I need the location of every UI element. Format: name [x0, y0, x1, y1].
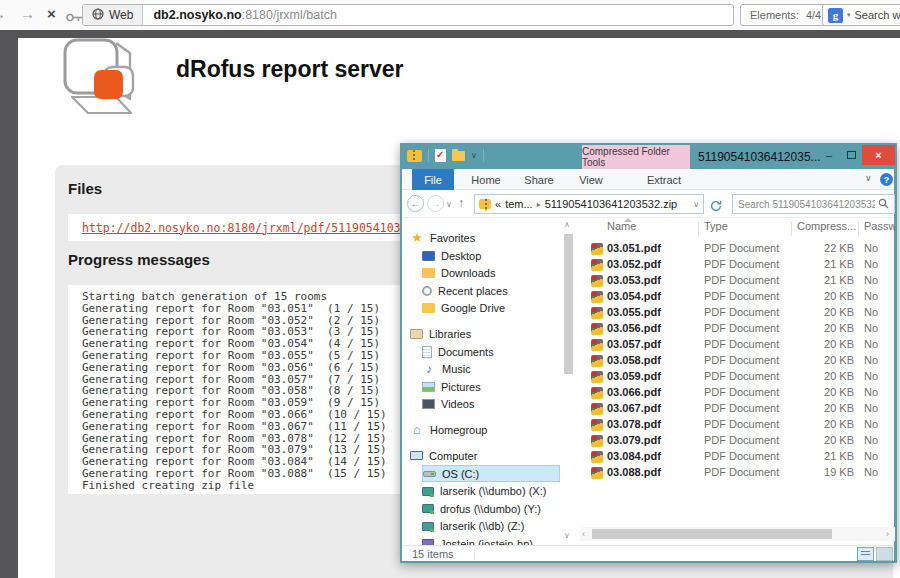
details-view-icon[interactable]	[857, 547, 874, 561]
nav-group-libraries[interactable]: Libraries	[410, 325, 562, 342]
file-row[interactable]: 03.066.pdfPDF Document20 KBNo	[580, 385, 895, 401]
nav-item-pictures[interactable]: Pictures	[422, 378, 560, 395]
file-name: 03.053.pdf	[607, 274, 661, 286]
file-row[interactable]: 03.078.pdfPDF Document20 KBNo	[580, 417, 895, 433]
file-row[interactable]: 03.054.pdfPDF Document20 KBNo	[580, 289, 895, 305]
file-row[interactable]: 03.055.pdfPDF Document20 KBNo	[580, 305, 895, 321]
ribbon-tab-extract[interactable]: Extract	[640, 169, 688, 190]
column-header-compress[interactable]: Compress...	[797, 220, 856, 232]
search-box-text: Search with G	[855, 9, 900, 21]
forward-icon[interactable]: →	[20, 5, 35, 22]
nav-item-larserik-db-z-[interactable]: larserik (\\db) (Z:)	[422, 518, 560, 535]
file-row[interactable]: 03.053.pdfPDF Document21 KBNo	[580, 273, 895, 289]
file-row[interactable]: 03.079.pdfPDF Document20 KBNo	[580, 433, 895, 449]
file-size: 20 KB	[797, 418, 854, 430]
key-icon[interactable]	[66, 9, 83, 26]
pics-icon	[422, 382, 435, 392]
column-header-passwor[interactable]: Passwor	[864, 220, 895, 232]
properties-icon[interactable]	[435, 149, 446, 162]
nav-item-larserik-dumbo-x-[interactable]: larserik (\\dumbo) (X:)	[422, 483, 560, 500]
close-button[interactable]: ×	[862, 145, 895, 165]
breadcrumb-current[interactable]: 5119054103641203532.zip	[545, 198, 678, 210]
drofus-logo	[58, 36, 142, 126]
file-row[interactable]: 03.084.pdfPDF Document21 KBNo	[580, 449, 895, 465]
maximize-button[interactable]	[840, 145, 862, 165]
navigation-pane: FavoritesDesktopDownloadsRecent placesGo…	[402, 218, 562, 545]
nav-item-documents[interactable]: Documents	[422, 343, 560, 360]
nav-item-videos[interactable]: Videos	[422, 396, 560, 413]
file-size: 22 KB	[797, 242, 854, 254]
new-folder-icon[interactable]	[452, 151, 465, 161]
ribbon-tab-file[interactable]: File	[412, 169, 454, 190]
google-icon: g	[828, 8, 843, 23]
file-row[interactable]: 03.056.pdfPDF Document20 KBNo	[580, 321, 895, 337]
scroll-left-icon[interactable]: ‹	[582, 529, 585, 539]
horizontal-scrollbar-thumb[interactable]	[592, 529, 832, 539]
url-text[interactable]: db2.nosyko.no:8180/jrxml/batch	[143, 8, 336, 22]
nav-item-desktop[interactable]: Desktop	[422, 247, 560, 264]
refresh-icon[interactable]	[710, 198, 722, 216]
nav-item-os-c-[interactable]: OS (C:)	[422, 465, 560, 482]
explorer-main: FavoritesDesktopDownloadsRecent placesGo…	[402, 218, 894, 545]
history-caret-icon[interactable]: ∨	[446, 200, 452, 209]
nav-item-music[interactable]: Music	[422, 361, 560, 378]
ribbon-tab-view[interactable]: View	[570, 169, 612, 190]
file-row[interactable]: 03.067.pdfPDF Document20 KBNo	[580, 401, 895, 417]
address-dropdown-icon[interactable]: ∨	[693, 200, 699, 209]
help-icon[interactable]: ?	[880, 173, 893, 186]
search-placeholder: Search 5119054103641203532....	[738, 199, 875, 210]
column-header-type[interactable]: Type	[704, 220, 728, 232]
nav-item-recent-places[interactable]: Recent places	[422, 282, 560, 299]
url-bar[interactable]: Web db2.nosyko.no:8180/jrxml/batch	[82, 4, 734, 26]
file-row[interactable]: 03.051.pdfPDF Document22 KBNo	[580, 241, 895, 257]
explorer-back-icon[interactable]: ←	[407, 195, 424, 212]
scroll-right-icon[interactable]: ›	[886, 529, 889, 539]
nav-group-computer[interactable]: Computer	[410, 447, 562, 464]
ribbon-tab-home[interactable]: Home	[464, 169, 508, 190]
explorer-forward-icon[interactable]: →	[427, 195, 444, 212]
pdf-file-icon	[591, 435, 603, 447]
file-row[interactable]: 03.058.pdfPDF Document20 KBNo	[580, 353, 895, 369]
customize-toolbar-caret-icon[interactable]: ∨	[471, 151, 477, 160]
horizontal-scrollbar[interactable]: ‹ ›	[580, 527, 895, 541]
file-row[interactable]: 03.088.pdfPDF Document19 KBNo	[580, 465, 895, 481]
file-row[interactable]: 03.052.pdfPDF Document21 KBNo	[580, 257, 895, 273]
breadcrumb-overflow[interactable]: «	[495, 198, 501, 210]
nav-scrollbar[interactable]: ∧ ∨	[562, 218, 575, 545]
up-one-level-icon[interactable]: ↑	[458, 196, 464, 210]
explorer-titlebar[interactable]: ∨ Compressed Folder Tools 51190541036412…	[402, 145, 894, 169]
ribbon-tab-share[interactable]: Share	[516, 169, 562, 190]
elements-counter[interactable]: Elements: 4/4	[740, 4, 831, 26]
search-engine-caret-icon[interactable]: ▾	[847, 11, 851, 19]
file-name: 03.066.pdf	[607, 386, 661, 398]
folder-plain-icon	[422, 268, 435, 278]
file-row[interactable]: 03.057.pdfPDF Document20 KBNo	[580, 337, 895, 353]
web-keyword-chip[interactable]: Web	[83, 5, 143, 25]
scroll-down-icon[interactable]: ∨	[564, 531, 570, 540]
nav-scrollbar-thumb[interactable]	[564, 234, 573, 374]
back-icon[interactable]: →	[0, 5, 6, 22]
search-input[interactable]: Search 5119054103641203532....	[732, 194, 895, 214]
nav-item-google-drive[interactable]: Google Drive	[422, 300, 560, 317]
nav-group-homegroup[interactable]: Homegroup	[410, 421, 562, 438]
computer-icon	[410, 451, 423, 460]
minimize-button[interactable]: –	[818, 145, 840, 165]
nav-group-favorites[interactable]: Favorites	[410, 229, 562, 246]
collapse-ribbon-icon[interactable]: ∨	[865, 173, 872, 183]
scroll-up-icon[interactable]: ∧	[564, 220, 570, 229]
zip-folder-icon[interactable]	[407, 150, 422, 162]
stop-icon[interactable]: ×	[47, 5, 56, 22]
file-name: 03.055.pdf	[607, 306, 661, 318]
compressed-folder-tools-tab[interactable]: Compressed Folder Tools	[582, 145, 690, 169]
nav-item-drofus-dumbo-y-[interactable]: drofus (\\dumbo) (Y:)	[422, 500, 560, 517]
nav-item-downloads[interactable]: Downloads	[422, 265, 560, 282]
large-icons-view-icon[interactable]	[876, 547, 893, 561]
file-size: 20 KB	[797, 354, 854, 366]
nav-item-jostein-jostein-hp-[interactable]: Jostein (jostein-hp)	[422, 535, 560, 545]
address-bar[interactable]: « tem... ▸ 5119054103641203532.zip ∨	[474, 194, 704, 214]
column-header-name[interactable]: Name	[607, 220, 636, 232]
doc-icon	[422, 346, 432, 358]
browser-search-box[interactable]: g ▾ Search with G	[822, 4, 900, 26]
breadcrumb-folder[interactable]: tem...	[505, 198, 533, 210]
file-row[interactable]: 03.059.pdfPDF Document20 KBNo	[580, 369, 895, 385]
